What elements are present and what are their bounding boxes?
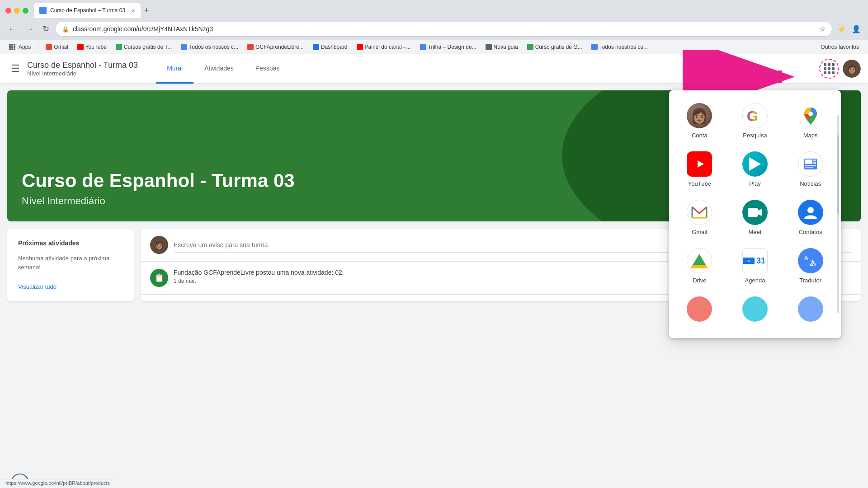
bookmark-curso-gratis[interactable]: Curso gratis de G... bbox=[524, 43, 586, 51]
tab-atividades[interactable]: Atividades bbox=[193, 55, 245, 84]
browser-tab-active[interactable]: Curso de Espanhol – Turma 03 × bbox=[34, 3, 141, 18]
app-item-conta[interactable]: 👩🏽 Conta bbox=[673, 98, 726, 144]
tab-title: Curso de Espanhol – Turma 03 bbox=[50, 7, 125, 14]
view-all-link[interactable]: Visualizar tudo bbox=[18, 283, 57, 290]
google-apps-dropdown: 👩🏽 Conta G G bbox=[669, 90, 841, 338]
app-label-meet: Meet bbox=[749, 229, 762, 235]
tab-mural[interactable]: Mural bbox=[156, 55, 193, 84]
bookmark-nova-guia[interactable]: Nova guia bbox=[482, 43, 522, 51]
app-icon-noticias bbox=[798, 151, 823, 177]
bookmark-others-label: Outros favoritos bbox=[821, 44, 859, 50]
app-item-partial2[interactable] bbox=[728, 291, 782, 331]
bookmark-painel[interactable]: Painel do canal –... bbox=[353, 43, 415, 51]
svg-rect-7 bbox=[805, 160, 812, 164]
app-item-agenda[interactable]: 31 31 Agenda bbox=[728, 243, 782, 289]
app-item-pesquisa[interactable]: G G Pesquisa bbox=[728, 98, 782, 144]
app-item-play[interactable]: Play bbox=[728, 146, 782, 192]
app-item-gmail[interactable]: Gmail bbox=[673, 194, 726, 241]
bookmark-cursos1[interactable]: Cursos gratis de T... bbox=[112, 43, 176, 51]
bookmark-youtube[interactable]: YouTube bbox=[74, 43, 110, 51]
forward-button[interactable]: → bbox=[23, 23, 36, 36]
google-apps-button[interactable] bbox=[819, 59, 839, 79]
bookmark-dashboard[interactable]: Dashboard bbox=[309, 43, 351, 51]
reload-button[interactable]: ↻ bbox=[40, 22, 52, 36]
user-avatar-button[interactable]: 👩🏽 bbox=[843, 60, 861, 78]
post-org-icon: 📋 bbox=[150, 269, 168, 287]
dropdown-scrollbar[interactable] bbox=[837, 115, 839, 313]
bookmark-nova-guia-label: Nova guia bbox=[494, 44, 518, 50]
lock-icon: 🔒 bbox=[62, 26, 69, 33]
svg-rect-12 bbox=[748, 208, 758, 217]
extensions-btn[interactable]: ⚡ bbox=[835, 23, 848, 35]
app-icon-play bbox=[742, 151, 768, 177]
app-item-partial1[interactable] bbox=[673, 291, 726, 331]
profile-btn[interactable]: 👤 bbox=[850, 23, 863, 35]
address-bar[interactable]: 🔒 classroom.google.com/u/0/c/MjY4NTAxNTk… bbox=[56, 22, 832, 36]
address-text: classroom.google.com/u/0/c/MjY4NTAxNTk5N… bbox=[73, 25, 816, 33]
app-icon-partial3 bbox=[798, 296, 823, 322]
bookmark-gcf-label: GCFAprendeLibre... bbox=[255, 44, 304, 50]
bookmark-todos2[interactable]: Todos nuestros cu... bbox=[588, 43, 651, 51]
bookmark-trilha[interactable]: Trilha – Design de... bbox=[416, 43, 480, 51]
activities-empty-text: Nenhuma atividade para a próxima semana! bbox=[18, 254, 123, 272]
post-text-body: postou uma nova atividade: 02. bbox=[256, 269, 344, 276]
app-item-maps[interactable]: Maps bbox=[783, 98, 837, 144]
app-label-contatos: Contatos bbox=[799, 229, 822, 235]
compose-avatar: 👩🏽 bbox=[150, 236, 168, 254]
app-icon-conta: 👩🏽 bbox=[687, 103, 712, 128]
svg-marker-13 bbox=[758, 209, 762, 216]
app-icon-maps bbox=[798, 103, 823, 128]
bookmark-youtube-label: YouTube bbox=[85, 44, 107, 50]
app-item-tradutor[interactable]: A あ Tradutor bbox=[783, 243, 837, 289]
bookmark-painel-label: Painel do canal –... bbox=[365, 44, 411, 50]
app-label-youtube: YouTube bbox=[688, 180, 711, 187]
app-item-youtube[interactable]: YouTube bbox=[673, 146, 726, 192]
window-min[interactable] bbox=[14, 8, 20, 14]
app-layout: ☰ Curso de Espanhol - Turma 03 Nível Int… bbox=[0, 54, 868, 488]
app-item-meet[interactable]: Meet bbox=[728, 194, 782, 241]
bookmark-todos1[interactable]: Todos os nossos c... bbox=[177, 43, 242, 51]
hero-content: Curso de Espanhol - Turma 03 Nível Inter… bbox=[22, 170, 295, 207]
user-avatar: 👩🏽 bbox=[843, 60, 861, 78]
svg-point-14 bbox=[807, 207, 814, 213]
bookmark-todos1-label: Todos os nossos c... bbox=[189, 44, 238, 50]
bookmark-gmail[interactable]: Gmail bbox=[42, 43, 71, 51]
bookmark-todos2-label: Todos nuestros cu... bbox=[599, 44, 648, 50]
app-label-conta: Conta bbox=[692, 132, 708, 139]
app-icon-pesquisa: G G bbox=[742, 103, 768, 128]
bookmark-separator bbox=[38, 42, 38, 52]
browser-action-buttons: ⚡ 👤 bbox=[835, 23, 863, 35]
app-item-contatos[interactable]: Contatos bbox=[783, 194, 837, 241]
dropdown-scrollbar-thumb bbox=[837, 135, 839, 214]
app-item-partial3[interactable] bbox=[783, 291, 837, 331]
bookmarks-bar: Apps Gmail YouTube Cursos gratis de T...… bbox=[0, 40, 868, 54]
app-label-noticias: Notícias bbox=[800, 180, 821, 187]
app-label-drive: Drive bbox=[693, 277, 706, 284]
window-close[interactable] bbox=[5, 8, 11, 14]
window-max[interactable] bbox=[23, 8, 28, 14]
main-content: Curso de Espanhol - Turma 03 Nível Inter… bbox=[0, 83, 868, 488]
bookmark-apps[interactable]: Apps bbox=[5, 43, 34, 51]
nav-tabs: Mural Atividades Pessoas bbox=[156, 54, 290, 83]
tab-close-btn[interactable]: × bbox=[132, 7, 135, 14]
hero-subtitle: Nível Intermediário bbox=[22, 195, 295, 207]
post-org-name: Fundação GCFAprendeLivre bbox=[174, 269, 254, 276]
svg-text:あ: あ bbox=[810, 259, 816, 267]
app-icon-drive bbox=[687, 248, 712, 273]
hamburger-menu-button[interactable]: ☰ bbox=[7, 59, 24, 78]
bookmark-gcf[interactable]: GCFAprendeLibre... bbox=[244, 43, 307, 51]
bookmark-star-icon[interactable]: ☆ bbox=[819, 25, 826, 33]
tab-pessoas[interactable]: Pessoas bbox=[245, 55, 291, 84]
svg-marker-16 bbox=[693, 254, 706, 265]
app-label-tradutor: Tradutor bbox=[799, 277, 821, 284]
activities-title: Próximas atividades bbox=[18, 239, 123, 247]
svg-rect-9 bbox=[813, 162, 816, 164]
new-tab-button[interactable]: + bbox=[141, 6, 153, 15]
bookmark-cursos1-label: Cursos gratis de T... bbox=[124, 44, 172, 50]
app-item-noticias[interactable]: Notícias bbox=[783, 146, 837, 192]
top-nav: ☰ Curso de Espanhol - Turma 03 Nível Int… bbox=[0, 54, 868, 83]
app-icon-agenda: 31 31 bbox=[742, 248, 768, 273]
app-item-drive[interactable]: Drive bbox=[673, 243, 726, 289]
bookmark-others[interactable]: Outros favoritos bbox=[817, 43, 863, 51]
back-button[interactable]: ← bbox=[5, 23, 19, 36]
